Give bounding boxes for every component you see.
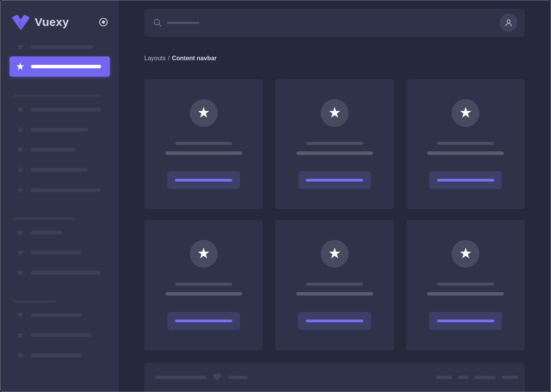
star-icon: ★ xyxy=(16,310,25,320)
sidebar-item[interactable]: ★ xyxy=(0,185,119,195)
star-icon: ★ xyxy=(459,105,472,121)
item-placeholder-bar xyxy=(31,313,82,317)
heart-icon xyxy=(213,373,222,382)
footer-link-bar xyxy=(474,376,496,379)
card-line-2 xyxy=(165,292,242,296)
item-placeholder-bar xyxy=(31,45,93,49)
star-icon: ★ xyxy=(16,247,25,257)
sidebar-item[interactable]: ★ xyxy=(0,42,119,51)
card-button[interactable] xyxy=(298,171,371,189)
card-avatar-circle: ★ xyxy=(190,240,218,268)
sidebar-item[interactable]: ★ xyxy=(0,125,119,134)
star-icon: ★ xyxy=(16,268,25,277)
item-placeholder-bar xyxy=(31,251,82,254)
sidebar-item[interactable]: ★ xyxy=(0,268,119,277)
section-divider-bar xyxy=(13,95,101,97)
sidebar-item[interactable]: ★ xyxy=(0,104,119,114)
logo-text: Vuexy xyxy=(35,16,69,29)
card-line-2 xyxy=(296,151,373,155)
button-label-bar xyxy=(437,320,494,322)
card-line-2 xyxy=(427,292,504,296)
breadcrumb-parent[interactable]: Layouts xyxy=(144,55,166,61)
search-icon xyxy=(153,18,162,27)
card-avatar-circle: ★ xyxy=(190,99,218,127)
sidebar: Vuexy ★ ★ ★ ★ ★ ★ xyxy=(0,0,119,392)
card-button[interactable] xyxy=(429,312,502,330)
sidebar-item[interactable]: ★ xyxy=(0,350,119,360)
item-placeholder-bar xyxy=(31,271,101,275)
button-label-bar xyxy=(175,320,232,322)
footer-link-bar xyxy=(436,376,452,379)
breadcrumb: Layouts/Content navbar xyxy=(144,55,217,62)
search-placeholder-bar xyxy=(167,22,199,24)
sidebar-item[interactable]: ★ xyxy=(0,247,119,257)
card-avatar-circle: ★ xyxy=(452,99,480,127)
card: ★ xyxy=(144,79,263,209)
card: ★ xyxy=(144,220,263,350)
footer-link-bar xyxy=(502,376,518,379)
top-navbar xyxy=(144,9,525,37)
radio-circle-icon[interactable] xyxy=(98,17,108,27)
card-button[interactable] xyxy=(167,312,240,330)
breadcrumb-separator: / xyxy=(168,55,169,61)
sidebar-item[interactable]: ★ xyxy=(0,228,119,237)
user-icon xyxy=(504,18,514,28)
item-placeholder-bar xyxy=(31,188,101,192)
sidebar-item[interactable]: ★ xyxy=(0,145,119,154)
app-window: Vuexy ★ ★ ★ ★ ★ ★ xyxy=(0,0,551,392)
footer xyxy=(144,363,525,392)
card-button[interactable] xyxy=(298,312,371,330)
card-line-1 xyxy=(306,142,363,145)
item-placeholder-bar xyxy=(31,231,62,235)
search-input[interactable] xyxy=(153,9,351,37)
card: ★ xyxy=(275,79,394,209)
card: ★ xyxy=(406,79,525,209)
sidebar-item-active[interactable]: ★ xyxy=(10,56,110,77)
avatar[interactable] xyxy=(499,14,517,32)
star-icon: ★ xyxy=(328,246,341,262)
card-line-2 xyxy=(165,151,242,155)
card-line-2 xyxy=(296,292,373,296)
card-line-1 xyxy=(437,142,494,145)
card-line-1 xyxy=(437,283,494,286)
card-line-2 xyxy=(427,151,504,155)
card: ★ xyxy=(406,220,525,350)
footer-link-bar xyxy=(458,376,469,379)
sidebar-item[interactable]: ★ xyxy=(0,310,119,320)
item-placeholder-bar xyxy=(31,353,82,357)
star-icon: ★ xyxy=(16,185,25,195)
vuexy-logo-icon xyxy=(12,14,30,30)
item-placeholder-bar xyxy=(31,65,101,68)
star-icon: ★ xyxy=(16,145,25,154)
card-line-1 xyxy=(175,142,232,145)
section-divider-bar xyxy=(13,217,75,220)
card-line-1 xyxy=(175,283,232,286)
star-icon: ★ xyxy=(16,350,25,360)
star-icon: ★ xyxy=(16,42,25,51)
button-label-bar xyxy=(306,320,363,322)
card-grid: ★ ★ ★ ★ ★ xyxy=(144,79,525,350)
card-button[interactable] xyxy=(429,171,502,189)
star-icon: ★ xyxy=(328,105,341,121)
button-label-bar xyxy=(306,179,363,182)
button-label-bar xyxy=(437,179,494,182)
button-label-bar xyxy=(175,179,232,182)
star-icon: ★ xyxy=(16,330,25,340)
card: ★ xyxy=(275,220,394,350)
star-icon: ★ xyxy=(16,165,25,174)
card-avatar-circle: ★ xyxy=(452,240,480,268)
card-button[interactable] xyxy=(167,171,240,189)
item-placeholder-bar xyxy=(31,333,92,337)
card-line-1 xyxy=(306,283,363,286)
star-icon: ★ xyxy=(16,62,25,71)
item-placeholder-bar xyxy=(31,108,101,111)
star-icon: ★ xyxy=(16,228,25,237)
star-icon: ★ xyxy=(16,125,25,134)
sidebar-item[interactable]: ★ xyxy=(0,330,119,340)
star-icon: ★ xyxy=(197,105,210,121)
footer-text-bar xyxy=(229,376,247,379)
item-placeholder-bar xyxy=(31,148,75,151)
breadcrumb-current: Content navbar xyxy=(172,55,217,61)
logo: Vuexy xyxy=(12,13,110,31)
sidebar-item[interactable]: ★ xyxy=(0,165,119,174)
